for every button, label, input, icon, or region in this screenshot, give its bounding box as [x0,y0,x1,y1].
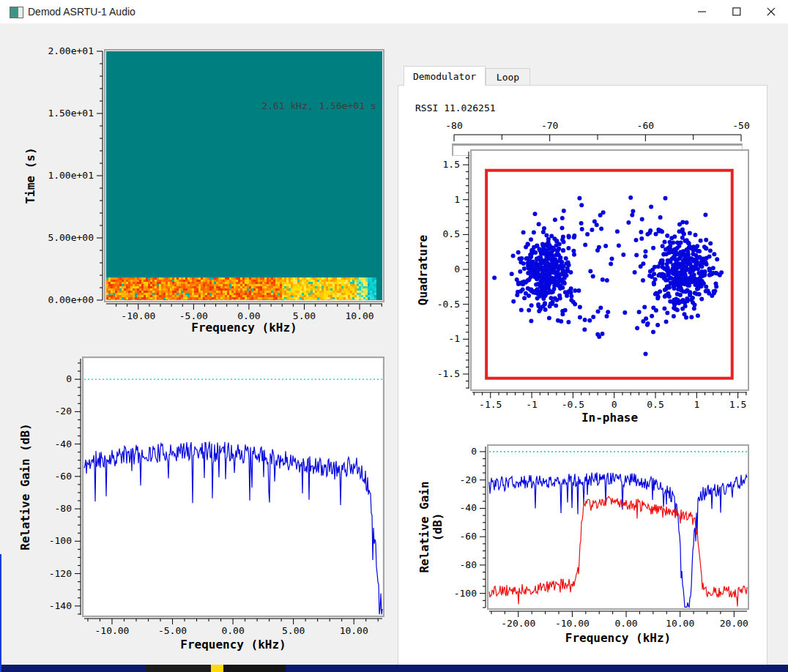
svg-text:-10.00: -10.00 [555,618,590,629]
minimize-icon [698,7,707,16]
tab-loop[interactable]: Loop [486,68,530,85]
svg-text:1.5: 1.5 [443,159,460,170]
svg-text:20.00: 20.00 [720,618,748,629]
svg-text:0.00: 0.00 [221,625,244,636]
svg-text:Quadrature: Quadrature [416,235,430,305]
svg-text:-20: -20 [460,474,477,485]
svg-text:-5.00: -5.00 [158,625,187,636]
taskbar-strip-segment [286,665,788,672]
svg-text:-60: -60 [55,471,72,482]
svg-text:Frequency (kHz): Frequency (kHz) [191,321,297,335]
svg-text:-140: -140 [49,600,72,611]
svg-text:5.00e+00: 5.00e+00 [48,232,94,243]
svg-text:0: 0 [612,399,617,410]
window-title: Demod ASRTU-1 Audio [28,0,135,23]
svg-text:0.5: 0.5 [443,228,460,239]
svg-text:-5.00: -5.00 [179,310,208,321]
svg-text:-120: -120 [49,568,72,579]
svg-text:-80: -80 [460,559,477,570]
svg-text:10.00: 10.00 [666,618,694,629]
svg-text:0.00e+00: 0.00e+00 [48,294,94,305]
svg-text:-10.00: -10.00 [94,625,129,636]
app-window: Demod ASRTU-1 Audio -10.00-5.000.005.001… [0,0,788,672]
svg-text:5.00: 5.00 [282,625,305,636]
svg-text:Relative Gain: Relative Gain [417,481,431,572]
svg-text:-80: -80 [55,503,72,514]
svg-text:-10.00: -10.00 [121,310,155,321]
svg-text:0: 0 [454,264,460,275]
rssi-value-label: RSSI 11.026251 [415,102,496,113]
svg-text:-70: -70 [541,120,558,131]
svg-text:1.00e+01: 1.00e+01 [48,170,94,181]
svg-text:2.00e+01: 2.00e+01 [48,45,94,56]
svg-text:-40: -40 [460,502,477,513]
close-button[interactable] [754,0,788,23]
window-body: -10.00-5.000.005.0010.000.00e+005.00e+00… [0,23,788,665]
svg-text:-100: -100 [49,535,72,546]
svg-text:-20.00: -20.00 [501,618,535,629]
title-bar[interactable]: Demod ASRTU-1 Audio [0,0,788,23]
taskbar-strip-segment [0,665,146,672]
svg-text:-60: -60 [460,531,477,542]
svg-text:In-phase: In-phase [581,411,638,425]
svg-text:10.00: 10.00 [345,310,373,321]
svg-text:-60: -60 [637,120,654,131]
svg-text:1.5: 1.5 [729,399,746,410]
svg-text:0.5: 0.5 [647,399,664,410]
tab-demodulator[interactable]: Demodulator [404,66,486,86]
svg-text:-20: -20 [55,406,72,417]
tab-loop-label: Loop [497,72,519,83]
svg-text:-1: -1 [448,333,460,344]
svg-text:1.50e+01: 1.50e+01 [48,108,94,119]
svg-text:Frequency (kHz): Frequency (kHz) [565,631,672,645]
svg-text:5.00: 5.00 [293,310,316,321]
taskbar-strip-segment [146,665,211,672]
svg-text:-100: -100 [454,588,477,599]
app-icon [10,7,23,18]
svg-text:-50: -50 [732,120,749,131]
svg-text:Frequency (kHz): Frequency (kHz) [180,638,286,652]
taskbar-strip-segment [223,665,286,672]
svg-text:-40: -40 [55,438,72,449]
svg-text:-1: -1 [526,399,538,410]
svg-text:-80: -80 [445,120,462,131]
rssi-scale: -80-70-60-50 [406,117,776,143]
minimize-button[interactable] [685,0,719,23]
svg-text:Relative Gain (dB): Relative Gain (dB) [18,423,32,550]
window-controls [685,0,788,23]
svg-text:1: 1 [454,194,460,205]
svg-text:-0.5: -0.5 [437,299,460,310]
svg-text:1: 1 [694,399,699,410]
close-icon [767,7,776,16]
maximize-button[interactable] [719,0,754,23]
spectrogram-plot[interactable]: -10.00-5.000.005.0010.000.00e+005.00e+00… [18,40,393,344]
svg-text:-1.5: -1.5 [479,399,502,410]
tab-demodulator-label: Demodulator [413,71,476,82]
svg-text:-0.5: -0.5 [562,399,584,410]
svg-text:0: 0 [66,373,72,384]
svg-text:0.00: 0.00 [237,310,260,321]
taskbar-strip-segment [211,665,223,672]
svg-text:0.00: 0.00 [614,618,637,629]
demod-spectrum-plot[interactable]: -20.00-10.000.0010.0020.00-100-80-60-40-… [406,434,767,651]
svg-text:(dB): (dB) [431,513,445,542]
svg-text:Time (s): Time (s) [23,147,37,204]
maximize-icon [732,7,741,16]
svg-text:10.00: 10.00 [340,625,368,636]
svg-text:-1.5: -1.5 [437,368,460,379]
constellation-plot[interactable]: -1.5-1-0.500.511.5-1.5-1-0.500.511.5In-p… [406,145,767,429]
baseband-spectrum-plot[interactable]: -10.00-5.000.005.0010.00-140-120-100-80-… [11,354,393,662]
svg-text:2.61 kHz, 1.56e+01 s: 2.61 kHz, 1.56e+01 s [261,100,376,111]
svg-text:0: 0 [471,446,477,457]
background-window-edge [0,554,1,672]
background-taskbar-strip [0,665,788,672]
